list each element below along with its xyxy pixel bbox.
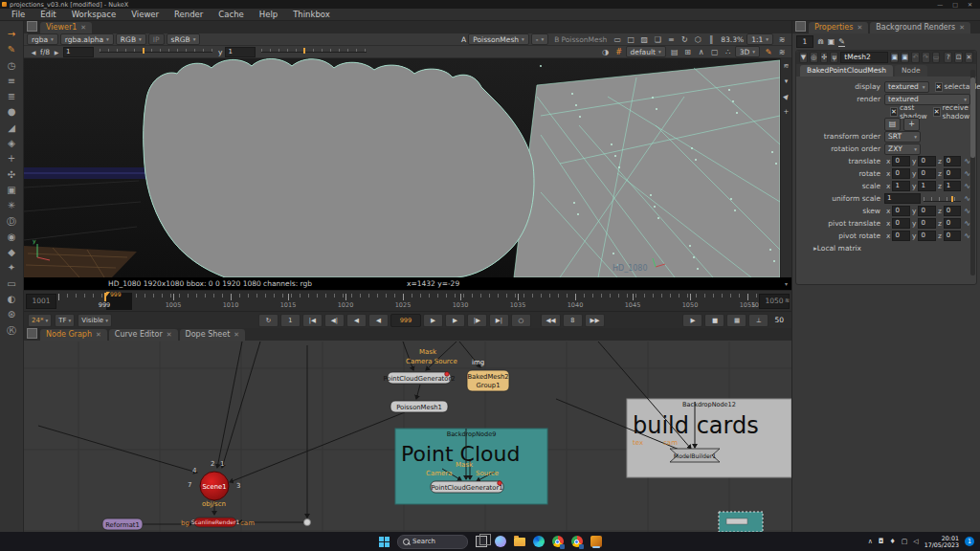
color-icon[interactable]: ● [4,104,19,120]
viewer-lock-select[interactable]: default▾ [626,46,666,57]
node-graph-canvas[interactable]: BackdropNode9Point CloudBackdropNode12bu… [24,342,791,532]
goto-first-button[interactable]: |◀ [302,314,323,327]
nuke-taskbar-button[interactable] [590,536,602,548]
file-explorer-button[interactable] [513,536,525,548]
step-value[interactable]: 8 [563,314,583,327]
animation-menu-icon[interactable]: ∿ [964,169,970,178]
collapse-strip-icon[interactable]: ≋ [784,62,790,70]
plugins-icon[interactable]: ⊛ [4,307,19,322]
tab-viewer1[interactable]: Viewer1 ✕ [40,22,92,33]
annotate-icon[interactable]: ✎ [763,48,774,56]
grid-overlay-icon[interactable]: ⊞ [682,48,694,56]
pivot-rotate-x-input[interactable]: 0 [892,231,909,241]
view-mode-select[interactable]: 3D▾ [735,46,760,57]
pivot-translate-y-input[interactable]: 0 [918,218,935,229]
add-tool-icon[interactable]: + [784,108,790,116]
fps-select[interactable]: 24*▾ [28,314,52,327]
safe-zone-icon[interactable]: ∧ [696,48,707,56]
checkbox[interactable]: ✕ [933,107,941,117]
snapshot-icon[interactable]: ▣ [828,37,835,46]
jump-back-button[interactable]: ◀◀ [541,314,561,327]
stop-button[interactable]: ○ [511,314,531,327]
timecode-format-select[interactable]: TF▾ [55,314,75,327]
prev-key-button[interactable]: ◀| [324,314,345,327]
panel-stack-count[interactable]: 1 [796,35,813,48]
translate-y-input[interactable]: 0 [918,156,935,166]
redo-icon[interactable]: ↷ [922,52,930,63]
strip-dropdown-icon[interactable]: ▾ [785,77,789,85]
display-select[interactable]: textured▾ [884,81,929,93]
keyer-icon[interactable]: ◈ [4,136,19,151]
close-icon[interactable]: ✕ [80,22,86,33]
framing-icon[interactable]: ▤ [669,48,680,56]
tray-chevron-icon[interactable]: ∧ [868,538,873,545]
scale-y-input[interactable]: 1 [918,181,935,191]
draw-icon[interactable]: ✎ [4,42,19,57]
tab-dope-sheet[interactable]: Dope Sheet✕ [180,329,246,341]
node-pointcloudgenerator1[interactable]: PointCloudGenerator1 [431,481,503,493]
animation-menu-icon[interactable]: ∿ [964,157,970,165]
gamma-slider[interactable] [261,49,367,55]
node-name-input[interactable]: tMesh2 [840,52,888,63]
rotate-y-input[interactable]: 0 [918,168,935,179]
chrome-button[interactable] [551,536,564,548]
particles-icon[interactable]: ✳ [4,198,19,213]
scale-x-input[interactable]: 1 [892,181,909,191]
node-poissonmesh1[interactable]: PoissonMesh1 [390,401,448,412]
uniform-scale-input[interactable]: 1 [884,193,921,204]
panel-handle-icon[interactable] [27,21,37,32]
start-button[interactable] [378,536,390,548]
goto-last-button[interactable]: ▶| [489,314,509,327]
translate-z-input[interactable]: 0 [944,156,961,166]
tab-bakedpointcloudmesh[interactable]: BakedPointCloudMesh [800,65,893,77]
toolsets-icon[interactable]: ✦ [4,260,19,276]
node-dot1[interactable] [304,519,311,526]
controls-icon[interactable]: ✣ [820,52,829,63]
uniform-scale-slider[interactable] [924,195,961,203]
list-icon[interactable]: ≡ [665,35,677,44]
tray-cast-icon[interactable]: ▢ [902,538,908,545]
close-button[interactable]: ✕ [968,1,972,8]
alpha-select[interactable]: rgba.alpha▾ [60,33,114,45]
wipe-icon[interactable]: # [613,48,625,56]
transform-order-select[interactable]: SRT▾ [884,131,921,143]
menu-edit[interactable]: Edit [33,9,63,21]
undo-icon[interactable]: ↶ [911,52,920,63]
play-forward-button[interactable]: ▶ [445,314,465,327]
pivot-rotate-y-input[interactable]: 0 [918,231,935,241]
a-input-select[interactable]: PoissonMesh▾ [468,33,529,45]
node-bakedmesh2[interactable]: BakedMesh2Group1 [467,370,509,391]
views-icon[interactable]: ◉ [4,230,19,245]
frame-range-button[interactable]: 1 [280,314,301,327]
pause-icon[interactable]: ‖ [705,35,717,44]
roi-icon[interactable]: ⬡ [692,35,703,44]
jump-forward-button[interactable]: ▶▶ [585,314,605,327]
skew-y-input[interactable]: 0 [918,206,935,216]
keyframe-icon[interactable]: ▣ [901,52,909,63]
channel-icon[interactable]: ≣ [4,89,19,104]
zoom-level[interactable]: 83.3% [721,35,744,44]
close-icon[interactable]: ✕ [857,22,862,33]
gamma-display-icon[interactable]: □ [625,35,636,44]
minimize-button[interactable]: — [937,1,943,8]
revert-icon[interactable]: ▭ [932,52,941,63]
toolbar-toggle-icon[interactable]: → [4,27,19,42]
node-scanlinerender1[interactable]: ScanlineRender1 [191,518,240,527]
merge-icon[interactable]: + [4,151,19,166]
animation-menu-icon[interactable]: ∿ [964,219,970,228]
lock-panels-icon[interactable]: ⋒ [817,37,824,46]
clipped-node-group[interactable] [719,512,763,532]
viewer-lut-select[interactable]: sRGB▾ [167,33,201,45]
stereo-icon[interactable]: ◑ [600,48,612,56]
step-forward-button[interactable]: ▶ [423,314,443,327]
snap-axis-icon[interactable]: + [903,118,920,131]
node-mask-icon[interactable]: ψ [830,52,838,63]
rotation-order-select[interactable]: ZXY▾ [884,143,921,155]
node-scene1[interactable]: Scene1 [200,472,229,500]
ofx-icon[interactable]: ◐ [4,292,19,307]
close-icon[interactable]: ✕ [959,22,965,33]
close-icon[interactable]: ✕ [234,329,239,341]
time-icon[interactable]: ◷ [4,58,19,74]
pointcloud-mesh[interactable] [144,59,534,278]
tab-node-graph[interactable]: Node Graph✕ [40,329,107,341]
